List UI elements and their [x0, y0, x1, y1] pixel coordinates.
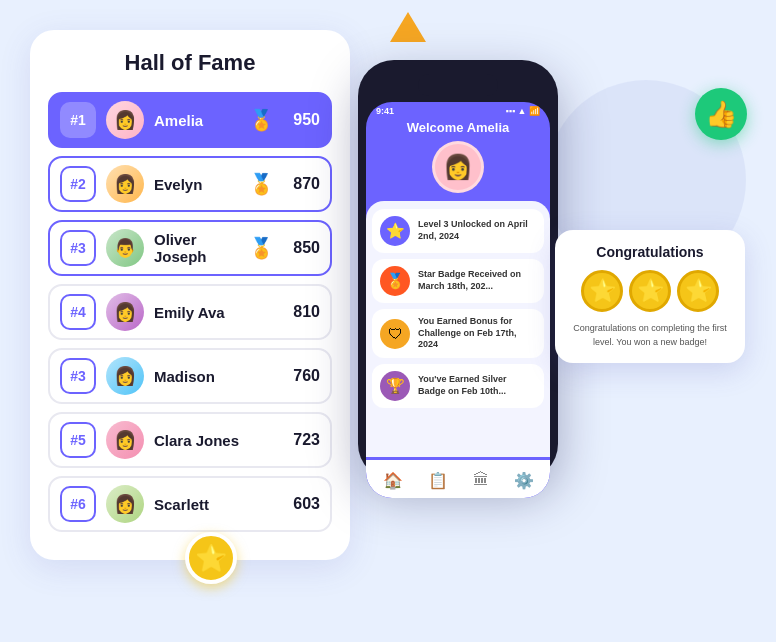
- phone-welcome: Welcome Amelia: [366, 118, 550, 141]
- rank-badge-6: #5: [60, 422, 96, 458]
- rank-badge-4: #4: [60, 294, 96, 330]
- rank-badge-2: #2: [60, 166, 96, 202]
- feed-icon-1: ⭐: [380, 216, 410, 246]
- hall-of-fame-card: Hall of Fame #1 👩 Amelia 🏅 950 #2 👩 Evel…: [30, 30, 350, 560]
- hof-row-5[interactable]: #3 👩 Madison 760: [48, 348, 332, 404]
- avatar-emily: 👩: [106, 293, 144, 331]
- stars-row: ⭐ ⭐ ⭐: [567, 270, 733, 312]
- hof-score-4: 810: [284, 303, 320, 321]
- hof-name-6: Clara Jones: [154, 432, 274, 449]
- hof-score-2: 870: [284, 175, 320, 193]
- feed-item-2[interactable]: 🏅 Star Badge Received on March 18th, 202…: [372, 259, 544, 303]
- feed-icon-2: 🏅: [380, 266, 410, 296]
- phone-nav-bar: 🏠 📋 🏛 ⚙️: [366, 460, 550, 498]
- hof-name-2: Evelyn: [154, 176, 239, 193]
- feed-text-3: You Earned Bonus for Challenge on Feb 17…: [418, 316, 536, 351]
- star-badge: ⭐: [185, 532, 237, 584]
- nav-settings-icon[interactable]: ⚙️: [514, 471, 534, 490]
- phone-mockup: 9:41 ▪▪▪ ▲ 📶 Welcome Amelia 👩 ⭐ Level 3 …: [358, 60, 558, 480]
- hof-row-3[interactable]: #3 👨 Oliver Joseph 🏅 850: [48, 220, 332, 276]
- phone-time: 9:41: [376, 106, 394, 116]
- hof-title: Hall of Fame: [48, 50, 332, 76]
- medal-2: 🏅: [249, 172, 274, 196]
- feed-item-1[interactable]: ⭐ Level 3 Unlocked on April 2nd, 2024: [372, 209, 544, 253]
- avatar-oliver: 👨: [106, 229, 144, 267]
- thumbs-up-icon[interactable]: 👍: [695, 88, 747, 140]
- avatar-evelyn: 👩: [106, 165, 144, 203]
- medal-1: 🏅: [249, 108, 274, 132]
- hof-score-1: 950: [284, 111, 320, 129]
- feed-icon-3: 🛡: [380, 319, 410, 349]
- nav-list-icon[interactable]: 📋: [428, 471, 448, 490]
- hof-row-7[interactable]: #6 👩 Scarlett 603: [48, 476, 332, 532]
- feed-text-4: You've Earned Silver Badge on Feb 10th..…: [418, 374, 536, 397]
- hof-score-5: 760: [284, 367, 320, 385]
- rank-badge-7: #6: [60, 486, 96, 522]
- hof-name-4: Emily Ava: [154, 304, 274, 321]
- feed-item-3[interactable]: 🛡 You Earned Bonus for Challenge on Feb …: [372, 309, 544, 358]
- avatar-clara: 👩: [106, 421, 144, 459]
- hof-score-6: 723: [284, 431, 320, 449]
- star-2: ⭐: [629, 270, 671, 312]
- medal-3: 🏅: [249, 236, 274, 260]
- background-triangle: [390, 12, 426, 42]
- phone-user-avatar: 👩: [432, 141, 484, 193]
- hof-name-3: Oliver Joseph: [154, 231, 239, 265]
- hof-row-4[interactable]: #4 👩 Emily Ava 810: [48, 284, 332, 340]
- congrats-description: Congratulations on completing the first …: [567, 322, 733, 349]
- phone-screen: 9:41 ▪▪▪ ▲ 📶 Welcome Amelia 👩 ⭐ Level 3 …: [366, 102, 550, 498]
- hof-name-5: Madison: [154, 368, 274, 385]
- phone-signal: ▪▪▪ ▲ 📶: [506, 106, 540, 116]
- phone-notch: [418, 74, 498, 96]
- feed-text-2: Star Badge Received on March 18th, 202..…: [418, 269, 536, 292]
- hof-score-3: 850: [284, 239, 320, 257]
- phone-status-bar: 9:41 ▪▪▪ ▲ 📶: [366, 102, 550, 118]
- avatar-madison: 👩: [106, 357, 144, 395]
- rank-badge-3: #3: [60, 230, 96, 266]
- hof-name-1: Amelia: [154, 112, 239, 129]
- avatar-amelia: 👩: [106, 101, 144, 139]
- hof-score-7: 603: [284, 495, 320, 513]
- star-3: ⭐: [677, 270, 719, 312]
- hof-row-1[interactable]: #1 👩 Amelia 🏅 950: [48, 92, 332, 148]
- avatar-scarlett: 👩: [106, 485, 144, 523]
- congrats-title: Congratulations: [567, 244, 733, 260]
- feed-icon-4: 🏆: [380, 371, 410, 401]
- phone-feed: ⭐ Level 3 Unlocked on April 2nd, 2024 🏅 …: [366, 201, 550, 457]
- feed-item-4[interactable]: 🏆 You've Earned Silver Badge on Feb 10th…: [372, 364, 544, 408]
- rank-badge-1: #1: [60, 102, 96, 138]
- hof-row-2[interactable]: #2 👩 Evelyn 🏅 870: [48, 156, 332, 212]
- hof-row-6[interactable]: #5 👩 Clara Jones 723: [48, 412, 332, 468]
- nav-leaderboard-icon[interactable]: 🏛: [473, 471, 489, 489]
- feed-text-1: Level 3 Unlocked on April 2nd, 2024: [418, 219, 536, 242]
- congratulations-card: Congratulations ⭐ ⭐ ⭐ Congratulations on…: [555, 230, 745, 363]
- rank-badge-5: #3: [60, 358, 96, 394]
- hof-name-7: Scarlett: [154, 496, 274, 513]
- star-1: ⭐: [581, 270, 623, 312]
- nav-home-icon[interactable]: 🏠: [383, 471, 403, 490]
